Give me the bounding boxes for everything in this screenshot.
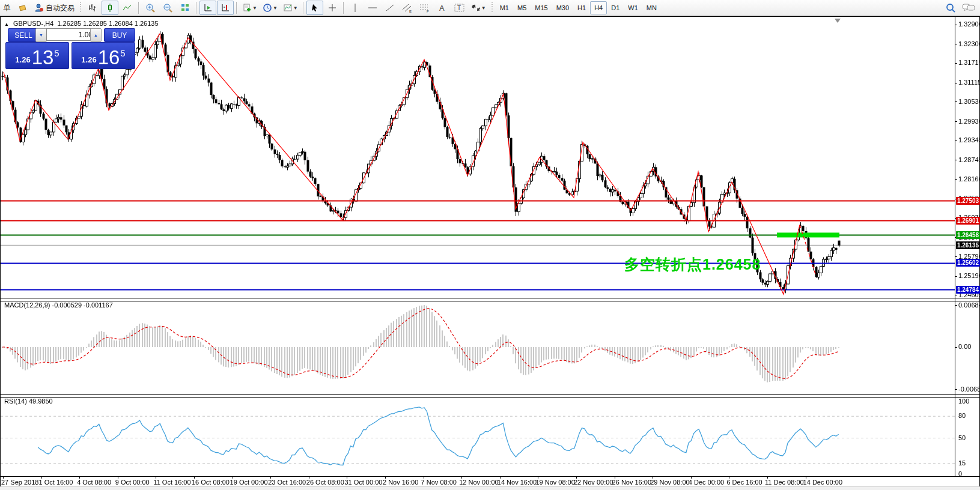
current-price-tag[interactable]: 1.26135	[956, 241, 980, 249]
tab-timeframe-h4[interactable]: H4	[590, 1, 607, 14]
tile-windows-icon[interactable]	[177, 1, 193, 15]
volume-input[interactable]	[46, 28, 96, 41]
tab-timeframe-h1[interactable]: H1	[573, 1, 590, 14]
periods-button[interactable]: ▼	[260, 1, 280, 15]
price-tick[interactable]	[955, 44, 957, 44]
price-tick-label[interactable]: 1.25190	[958, 272, 980, 279]
bar-chart-icon[interactable]	[84, 1, 101, 15]
panel-separator[interactable]	[1, 394, 979, 398]
macd-canvas[interactable]	[1, 300, 955, 394]
chart-shift-marker[interactable]	[835, 19, 841, 23]
level-price-tag[interactable]: 1.26901	[956, 217, 980, 225]
price-tick[interactable]	[955, 256, 957, 257]
macd-axis-top[interactable]: 0.006844	[958, 301, 980, 309]
collapse-trade-panel-icon[interactable]: ▲	[4, 22, 9, 27]
price-tick[interactable]	[955, 83, 957, 83]
chart-annotation-text[interactable]: 多空转折点1.26458	[624, 255, 761, 274]
zoom-in-icon[interactable]	[142, 1, 159, 15]
tab-timeframe-d1[interactable]: D1	[607, 1, 624, 14]
buy-button[interactable]: BUY	[104, 28, 135, 42]
level-price-tag[interactable]: 1.24784	[956, 286, 980, 294]
volume-increase-button[interactable]: ▲	[90, 28, 102, 42]
price-tick[interactable]	[955, 121, 957, 122]
channel-tool-icon[interactable]: E	[399, 1, 416, 15]
rsi-level-label[interactable]: 15	[958, 459, 966, 467]
price-tick[interactable]	[955, 63, 957, 64]
rsi-level-label[interactable]: 80	[958, 412, 966, 419]
zoom-out-icon[interactable]	[159, 1, 176, 15]
new-order-button[interactable]: 单	[0, 1, 14, 15]
rsi-axis-label[interactable]: 100	[958, 398, 969, 405]
level-price-tag[interactable]: 1.25602	[956, 259, 980, 267]
fibonacci-tool-icon[interactable]: F	[416, 1, 433, 15]
macd-axis-mid[interactable]: 0.00	[958, 343, 971, 350]
status-strip	[0, 486, 980, 490]
volume-decrease-button[interactable]: ▼	[35, 28, 47, 42]
price-tick[interactable]	[955, 295, 957, 295]
horizontal-line-tool-icon[interactable]	[364, 1, 381, 15]
tab-timeframe-m15[interactable]: M15	[531, 1, 552, 14]
text-label-tool-icon[interactable]: T	[451, 1, 468, 15]
macd-tick[interactable]	[955, 389, 957, 390]
line-chart-icon[interactable]	[119, 1, 136, 15]
templates-button[interactable]: ▼	[281, 1, 300, 15]
toolbar-drag-handle[interactable]	[79, 2, 82, 13]
search-icon[interactable]	[946, 3, 956, 13]
separator	[303, 2, 304, 14]
buy-price-box[interactable]: 1.26 16 5	[72, 42, 135, 69]
crosshair-icon[interactable]	[324, 1, 341, 15]
svg-text:T: T	[457, 5, 461, 11]
indicators-button[interactable]: ▼	[240, 1, 260, 15]
price-tick-label[interactable]: 1.29345	[958, 136, 980, 144]
chart-shift-icon[interactable]	[217, 1, 234, 15]
rsi-level-label[interactable]: 50	[958, 434, 966, 441]
rsi-canvas[interactable]	[1, 396, 955, 476]
price-tick-label[interactable]: 1.30530	[958, 98, 980, 105]
price-tick-label[interactable]: 1.32900	[958, 20, 980, 28]
panel-separator[interactable]	[1, 298, 979, 301]
price-tick-label[interactable]: 1.31115	[958, 79, 980, 86]
cursor-icon[interactable]	[306, 1, 323, 15]
macd-axis-bottom[interactable]: -0.006894	[958, 386, 980, 393]
price-tick[interactable]	[955, 160, 957, 160]
text-tool-icon[interactable]: A	[434, 1, 451, 15]
price-tick-label[interactable]: 1.28745	[958, 156, 980, 163]
price-tick-label[interactable]: 1.32300	[958, 40, 980, 47]
macd-tick[interactable]	[955, 347, 957, 348]
auto-scroll-icon[interactable]	[199, 1, 216, 15]
price-tick-label[interactable]: 1.29930	[958, 118, 980, 125]
chat-icon[interactable]	[962, 3, 975, 13]
price-tick-label[interactable]: 1.31715	[958, 59, 980, 66]
sell-button[interactable]: SELL	[8, 28, 39, 42]
price-tick[interactable]	[955, 276, 957, 277]
arrows-tool-button[interactable]: ▼	[469, 1, 488, 15]
candlestick-chart-icon[interactable]	[102, 1, 118, 15]
toolbar-drag-handle[interactable]	[491, 2, 493, 13]
tab-timeframe-m5[interactable]: M5	[513, 1, 531, 14]
macd-tick[interactable]	[955, 305, 957, 306]
autotrade-button[interactable]: 自动交易	[32, 1, 77, 15]
tab-timeframe-w1[interactable]: W1	[624, 1, 642, 14]
trendline-tool-icon[interactable]	[382, 1, 398, 15]
arrows-glyph	[471, 3, 481, 13]
price-tick[interactable]	[955, 25, 957, 25]
price-tick[interactable]	[955, 179, 957, 180]
price-tick-label[interactable]: 1.28160	[958, 175, 980, 183]
vertical-line-tool-icon[interactable]	[347, 1, 364, 15]
tab-timeframe-mn[interactable]: MN	[642, 1, 661, 14]
package-icon[interactable]	[14, 1, 31, 15]
crosshair-glyph	[327, 3, 337, 13]
price-axis-line	[955, 17, 955, 476]
sell-price-box[interactable]: 1.26 13 5	[5, 42, 69, 69]
level-price-tag[interactable]: 1.26458	[956, 231, 980, 239]
tab-timeframe-m1[interactable]: M1	[496, 1, 513, 14]
time-label: 19 Oct 00:00	[230, 479, 268, 486]
main-chart-canvas[interactable]	[1, 17, 955, 298]
tab-timeframe-m30[interactable]: M30	[552, 1, 573, 14]
toolbar-right-group	[946, 3, 975, 13]
sell-price-small: 1.26	[15, 55, 30, 64]
level-price-tag[interactable]: 1.27503	[956, 197, 980, 205]
templates-icon	[283, 3, 293, 13]
price-tick[interactable]	[955, 101, 957, 102]
price-tick[interactable]	[955, 141, 957, 141]
